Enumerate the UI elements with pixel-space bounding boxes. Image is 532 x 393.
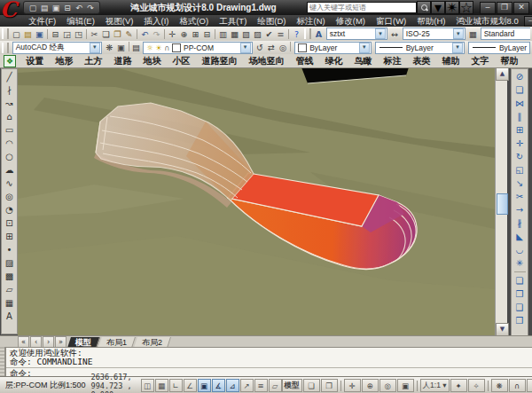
lwt-toggle[interactable]: ≡ <box>254 379 268 392</box>
line-icon[interactable]: ╱ <box>3 70 16 83</box>
mirror-icon[interactable]: ⋈ <box>513 97 527 110</box>
save-icon[interactable]: ▣ <box>34 28 45 40</box>
zoom-realtime-icon[interactable]: ⊕ <box>178 28 190 40</box>
ortho-toggle[interactable]: ∟ <box>169 379 183 392</box>
trim-icon[interactable]: ✂ <box>513 190 527 203</box>
pan-tool-icon[interactable]: ✛ <box>344 379 361 392</box>
snap-toggle[interactable]: ◫ <box>141 379 154 392</box>
hongye-menu-item[interactable]: 标注 <box>378 55 407 67</box>
offset-icon[interactable]: ∥ <box>513 110 527 123</box>
extend-icon[interactable]: → <box>513 203 527 216</box>
markup-icon[interactable]: ✔ <box>263 28 275 40</box>
save-workspace-icon[interactable]: ▣ <box>115 42 127 53</box>
color-combobox[interactable]: ByLayer▾ <box>294 42 372 54</box>
revcloud-icon[interactable]: ☁ <box>3 163 16 177</box>
hongye-menu-item[interactable]: 绿化 <box>319 55 348 67</box>
menu-hongye[interactable]: 鸿业城市规划8.0 <box>450 15 523 27</box>
gradient-icon[interactable]: ▩ <box>3 270 16 283</box>
polar-toggle[interactable]: ∠ <box>184 379 197 392</box>
toolbar-grip[interactable] <box>2 28 9 40</box>
arc-icon[interactable]: ◠ <box>3 137 16 150</box>
toolbar-lock-icon[interactable]: ∩ <box>509 379 526 392</box>
rotate-icon[interactable]: ↻ <box>513 150 527 163</box>
zoom-tool-icon[interactable]: ⊕ <box>362 379 379 392</box>
point-icon[interactable]: • <box>3 243 16 256</box>
hongye-menu-item[interactable]: 文字 <box>466 55 495 67</box>
tab-layout1[interactable]: 布局1 <box>98 337 136 348</box>
workspace-settings-icon[interactable]: ❋ <box>104 42 115 53</box>
redo-icon[interactable]: ↷ <box>151 28 162 40</box>
menu-insert[interactable]: 插入(I) <box>138 15 174 27</box>
qat-undo-icon[interactable]: ↶ <box>74 3 84 13</box>
bring-above-icon[interactable]: ❑ <box>513 301 527 314</box>
steering-wheel-icon[interactable]: ◎ <box>379 379 396 392</box>
hongye-menu-item[interactable]: 帮助 <box>495 55 524 67</box>
dim-style-icon[interactable]: ↔ <box>389 28 401 40</box>
menu-modify[interactable]: 修改(M) <box>331 15 371 27</box>
hongye-menu-item[interactable]: 表类 <box>407 55 436 67</box>
zoom-window-icon[interactable]: ⊞ <box>190 28 201 40</box>
table-icon[interactable]: ▦ <box>3 296 16 310</box>
send-to-back-icon[interactable]: ❐ <box>513 287 527 301</box>
mtext-icon[interactable]: A <box>3 310 16 323</box>
menu-edit[interactable]: 编辑(E) <box>61 15 100 27</box>
hongye-menu-item[interactable]: 场地竖向 <box>243 55 290 67</box>
help-search-input[interactable] <box>307 2 417 13</box>
make-object-layer-current-icon[interactable]: ↺ <box>254 42 266 53</box>
qat-save-icon[interactable]: ▣ <box>51 3 61 13</box>
close-button[interactable]: ✕ <box>513 2 529 14</box>
command-text-area[interactable]: 欢迎使用鸿业软件: 命令: COMMANDLINE 命令: <box>5 347 532 378</box>
publish-icon[interactable]: ◳ <box>73 28 84 40</box>
polygon-icon[interactable]: ⌂ <box>3 110 16 123</box>
scroll-up-icon[interactable]: ▲ <box>496 67 509 81</box>
lineweight-combobox[interactable]: ByLayer <box>468 42 530 54</box>
qat-open-icon[interactable]: ▤ <box>39 3 50 13</box>
status-menu-icon[interactable]: ▾ <box>527 379 532 392</box>
toolbar-grip[interactable] <box>2 43 9 53</box>
construction-line-icon[interactable]: ∤ <box>3 83 16 97</box>
copy-icon[interactable]: ❏ <box>100 28 112 40</box>
paste-icon[interactable]: ❐ <box>112 28 123 40</box>
maximize-button[interactable]: ❐ <box>497 2 512 14</box>
layer-states-icon[interactable]: ◎ <box>278 42 289 53</box>
circle-icon[interactable]: ○ <box>3 150 16 163</box>
hatch-icon[interactable]: ▨ <box>3 256 16 270</box>
workspace-combobox[interactable]: AutoCAD 经典▾ <box>12 42 102 54</box>
qat-new-icon[interactable]: ▢ <box>27 3 38 13</box>
quickcalc-icon[interactable]: ≡ <box>275 28 286 40</box>
help-icon[interactable]: ? <box>291 28 302 40</box>
undo-icon[interactable]: ↶ <box>139 28 151 40</box>
menu-draw[interactable]: 绘图(D) <box>252 15 291 27</box>
layer-previous-icon[interactable]: ⇄ <box>266 42 278 53</box>
match-properties-icon[interactable]: ✎ <box>123 28 135 40</box>
layer-lock-icon[interactable]: ∩ <box>164 43 169 52</box>
vertical-scrollbar[interactable]: ▲ ▼ <box>495 67 507 335</box>
new-icon[interactable]: ▢ <box>11 28 22 40</box>
qp-toggle[interactable]: ▱ <box>269 379 282 392</box>
hongye-menu-item[interactable]: 小区 <box>167 55 196 67</box>
menu-help[interactable]: 帮助(H) <box>411 15 450 27</box>
hongye-menu-item[interactable]: 鸟瞰 <box>348 55 378 67</box>
qat-plot-icon[interactable]: ⊟ <box>62 3 73 13</box>
hongye-menu-item[interactable]: 道路竖向 <box>196 55 243 67</box>
grid-toggle[interactable]: ▦ <box>155 379 168 392</box>
cut-icon[interactable]: ✂ <box>89 28 100 40</box>
layer-color-swatch[interactable] <box>172 43 181 52</box>
annotation-scale-button[interactable]: 人1:1 ▾ <box>420 379 450 392</box>
tab-layout2[interactable]: 布局2 <box>134 337 171 348</box>
search-dropdown-icon[interactable]: ▾ <box>431 1 445 14</box>
open-icon[interactable]: ▤ <box>22 28 34 40</box>
menu-window[interactable]: 窗口(W) <box>371 15 411 27</box>
annotation-visibility-icon[interactable]: ✦ <box>450 379 467 392</box>
move-icon[interactable]: ✛ <box>513 137 527 150</box>
erase-icon[interactable]: ⊘ <box>513 70 527 83</box>
stretch-icon[interactable]: ↘ <box>513 177 527 190</box>
vscroll-thumb[interactable] <box>497 193 508 215</box>
layer-freeze-icon[interactable]: ☀ <box>155 43 162 52</box>
menu-format[interactable]: 格式(O) <box>174 15 214 27</box>
otrack-toggle[interactable]: ∡ <box>212 379 225 392</box>
app-logo-icon[interactable]: C <box>0 0 21 21</box>
rectangle-icon[interactable]: ▭ <box>3 123 16 137</box>
menu-view[interactable]: 视图(V) <box>100 15 139 27</box>
region-icon[interactable]: ▱ <box>3 283 16 296</box>
